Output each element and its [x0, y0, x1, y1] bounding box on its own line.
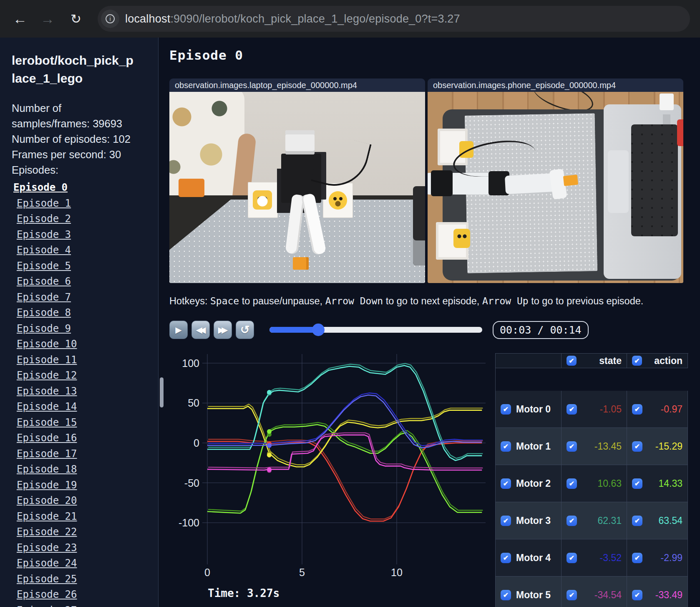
seek-slider[interactable]: [269, 327, 482, 333]
laptop-video-panel: observation.images.laptop_episode_000000…: [169, 78, 425, 283]
motor-1-state-checkbox[interactable]: ✔: [567, 441, 577, 452]
browser-back-icon[interactable]: ←: [11, 12, 29, 26]
episode-link-14[interactable]: Episode 14: [17, 401, 77, 412]
episode-link-27[interactable]: Episode 27: [17, 604, 77, 607]
episode-list: Episode 0Episode 1Episode 2Episode 3Epis…: [12, 180, 150, 607]
motor-2-action-checkbox[interactable]: ✔: [632, 478, 642, 489]
episode-list-item: Episode 4: [12, 243, 150, 259]
red-object-art: [677, 119, 683, 146]
smiley-sticker-icon: [329, 191, 347, 210]
current-time-dots: [267, 390, 272, 473]
motor-0-state-checkbox[interactable]: ✔: [567, 404, 577, 415]
motor-2-checkbox[interactable]: ✔: [501, 478, 511, 489]
episode-link-10[interactable]: Episode 10: [17, 338, 77, 350]
svg-text:-50: -50: [184, 477, 199, 489]
action-header-cell: ✔ action: [627, 354, 688, 368]
motor-5-state-checkbox[interactable]: ✔: [567, 590, 577, 600]
phone-video[interactable]: [428, 92, 683, 283]
motor-3-action-cell: ✔63.54: [627, 502, 688, 539]
episode-link-20[interactable]: Episode 20: [17, 495, 77, 506]
motor-name: Motor 0: [516, 404, 551, 415]
motor-3-state-checkbox[interactable]: ✔: [567, 516, 577, 526]
motor-2-state-checkbox[interactable]: ✔: [567, 478, 577, 489]
episode-link-7[interactable]: Episode 7: [17, 291, 71, 303]
episode-link-21[interactable]: Episode 21: [17, 511, 77, 522]
motor-5-checkbox[interactable]: ✔: [501, 590, 511, 600]
seek-thumb[interactable]: [312, 324, 325, 336]
episode-link-8[interactable]: Episode 8: [17, 307, 71, 319]
episode-link-17[interactable]: Episode 17: [17, 448, 77, 460]
motor-row-5: ✔Motor 5: [496, 577, 562, 607]
episode-link-9[interactable]: Episode 9: [17, 323, 71, 334]
episode-link-26[interactable]: Episode 26: [17, 589, 77, 600]
motor-0-action-checkbox[interactable]: ✔: [632, 404, 642, 415]
motor-3-checkbox[interactable]: ✔: [501, 516, 511, 526]
episode-link-2[interactable]: Episode 2: [17, 213, 71, 225]
motor-4-action-checkbox[interactable]: ✔: [632, 553, 642, 563]
episode-link-23[interactable]: Episode 23: [17, 542, 77, 554]
laptop-video[interactable]: [169, 92, 425, 283]
hotkeys-help: Hotkeys: Space to pause/unpause, Arrow D…: [169, 296, 700, 307]
url-text: localhost:9090/lerobot/koch_pick_place_1…: [125, 13, 460, 25]
stat-episodes: Number of episodes: 102: [12, 132, 141, 147]
site-info-icon[interactable]: i: [101, 10, 119, 28]
motor-table: ✔ state ✔ action ✔Motor 0✔-1.05✔-0.97✔Mo…: [495, 353, 688, 607]
svg-text:5: 5: [299, 567, 305, 578]
action-column-checkbox[interactable]: ✔: [632, 356, 642, 366]
episode-link-25[interactable]: Episode 25: [17, 573, 77, 585]
orange-object-art: [179, 179, 204, 197]
lerobot-visualizer-page: ← → ↻ i localhost:9090/lerobot/koch_pick…: [0, 0, 700, 607]
episode-link-3[interactable]: Episode 3: [17, 229, 71, 240]
motor-0-checkbox[interactable]: ✔: [501, 404, 511, 415]
episode-link-15[interactable]: Episode 15: [17, 417, 77, 428]
motor-4-state-checkbox[interactable]: ✔: [567, 553, 577, 563]
motor-1-checkbox[interactable]: ✔: [501, 441, 511, 452]
state-value: -3.52: [577, 552, 622, 564]
motor-5-action-checkbox[interactable]: ✔: [632, 590, 642, 600]
browser-reload-icon[interactable]: ↻: [67, 13, 85, 25]
episode-list-item: Episode 13: [12, 384, 150, 400]
episode-link-0[interactable]: Episode 0: [13, 182, 68, 193]
state-column-checkbox[interactable]: ✔: [567, 356, 577, 366]
scrollbar-thumb[interactable]: [160, 377, 164, 407]
fast-forward-button[interactable]: ▶▶: [214, 321, 232, 339]
loop-button[interactable]: ↺: [236, 321, 254, 339]
motor-row-0: ✔Motor 0: [496, 391, 562, 428]
motor-1-action-checkbox[interactable]: ✔: [632, 441, 642, 452]
episode-link-11[interactable]: Episode 11: [17, 354, 77, 366]
page-title: Episode 0: [169, 48, 700, 63]
action-value: -15.29: [642, 441, 682, 452]
phone-video-panel: observation.images.phone_episode_000000.…: [428, 78, 683, 283]
motor-4-checkbox[interactable]: ✔: [501, 553, 511, 563]
action-value: -0.97: [642, 404, 682, 415]
episode-link-13[interactable]: Episode 13: [17, 385, 77, 397]
action-value: 14.33: [642, 478, 682, 489]
browser-forward-icon[interactable]: →: [38, 12, 57, 26]
episode-link-18[interactable]: Episode 18: [17, 463, 77, 475]
episode-list-item: Episode 16: [12, 431, 150, 447]
episode-link-5[interactable]: Episode 5: [17, 260, 71, 272]
svg-text:-100: -100: [179, 517, 199, 529]
episode-link-19[interactable]: Episode 19: [17, 479, 77, 491]
episode-link-24[interactable]: Episode 24: [17, 557, 77, 569]
motor-chart[interactable]: 100500-50-1000510: [169, 352, 487, 579]
episode-link-12[interactable]: Episode 12: [17, 369, 77, 381]
action-column-label: action: [642, 355, 682, 367]
play-button[interactable]: ▶: [169, 321, 188, 339]
browser-toolbar: ← → ↻ i localhost:9090/lerobot/koch_pick…: [0, 0, 700, 38]
rewind-button[interactable]: ◀◀: [191, 321, 210, 339]
episode-list-item: Episode 18: [12, 462, 150, 478]
stat-samples: Number of samples/frames: 39693: [12, 101, 141, 132]
bottom-row: 100500-50-1000510 Time: 3.27s ✔ state ✔ …: [169, 352, 700, 607]
episode-link-22[interactable]: Episode 22: [17, 526, 77, 538]
hotkeys-suffix: to go to previous episode.: [529, 296, 644, 306]
motor-name: Motor 4: [516, 552, 551, 564]
episode-link-4[interactable]: Episode 4: [17, 244, 71, 256]
phone-video-label: observation.images.phone_episode_000000.…: [428, 78, 683, 92]
episode-link-6[interactable]: Episode 6: [17, 276, 71, 287]
address-bar[interactable]: i localhost:9090/lerobot/koch_pick_place…: [98, 6, 690, 32]
video-row: observation.images.laptop_episode_000000…: [169, 78, 700, 283]
episode-link-16[interactable]: Episode 16: [17, 432, 77, 444]
episode-link-1[interactable]: Episode 1: [17, 197, 71, 209]
motor-3-action-checkbox[interactable]: ✔: [632, 516, 642, 526]
